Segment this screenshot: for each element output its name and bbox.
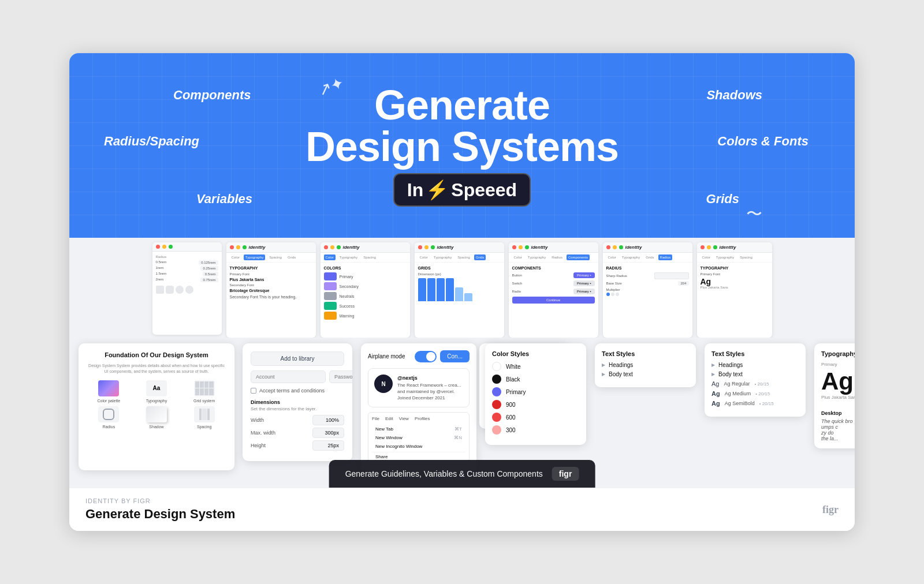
menu-new-window[interactable]: New Window⌘N (372, 433, 465, 442)
radius-row-4: 2rem0.75rem (156, 278, 218, 282)
nav-spacing-7[interactable]: Spacing (738, 254, 754, 260)
logo-3: identtty (343, 245, 360, 250)
label-shadows: Shadows (706, 88, 762, 103)
add-to-library-button[interactable]: Add to library (251, 351, 344, 366)
comp-continue[interactable]: Continue (512, 297, 595, 304)
logo-4: identtty (437, 245, 454, 250)
nav-color-7[interactable]: Color (701, 254, 712, 260)
nav-typography-3[interactable]: Typography (338, 254, 359, 260)
nav-color-6[interactable]: Color (606, 254, 618, 260)
nav-typography-7[interactable]: Typography (714, 254, 736, 260)
con-button[interactable]: Con... (440, 350, 470, 362)
text-styles-header-1: Text Styles (602, 350, 689, 357)
nav-radius-5[interactable]: Radius (550, 254, 564, 260)
swatch-primary (492, 387, 501, 396)
nav-color-4[interactable]: Color (418, 254, 430, 260)
password-input[interactable] (329, 370, 352, 383)
nav-typography[interactable]: Typography (244, 254, 265, 260)
mockup-7-nav: Color Typography Spacing (697, 253, 772, 263)
nav-grids[interactable]: Grids (286, 254, 297, 260)
ts2-arrow-1: ▶ (711, 362, 715, 368)
nav-components-5[interactable]: Components (567, 254, 590, 260)
multiplier-dots (606, 293, 689, 296)
overlay-banner: Generate Guidelines, Variables & Custom … (329, 460, 595, 488)
shape-1 (156, 286, 164, 294)
swatch-white (492, 362, 501, 371)
dot-green-5 (525, 245, 529, 249)
panel-library: Add to library Accept terms and conditio… (243, 343, 352, 461)
cs-black-label: Black (506, 376, 520, 383)
panel-foundation: Foundation Of Our Design System Design S… (79, 343, 234, 470)
nav-spacing[interactable]: Spacing (267, 254, 284, 260)
typo-desc: Secondary Font This is your heading. (230, 295, 312, 299)
dot-red-6 (606, 245, 610, 249)
account-input[interactable] (251, 370, 326, 383)
mockup-4-content: GRIDS Dimension (px) (415, 263, 504, 305)
nav-grids-4[interactable]: Grids (474, 254, 486, 260)
ts2-semibold: Ag Ag SemiBold • 20/15 (711, 400, 799, 407)
nav-color[interactable]: Color (230, 254, 241, 260)
nav-color-3[interactable]: Color (324, 254, 336, 260)
label-grids: Grids (706, 192, 739, 207)
dot-green (169, 245, 173, 249)
panels-area: Foundation Of Our Design System Design S… (69, 338, 855, 488)
nav-spacing-3[interactable]: Spacing (362, 254, 378, 260)
nav-grids-6[interactable]: Grids (644, 254, 655, 260)
dot-green-3 (337, 245, 341, 249)
ts-arrow-2: ▶ (602, 372, 605, 377)
account-desc: The React Framework – crea... and mainta… (397, 382, 463, 395)
cs-300-label: 300 (506, 427, 516, 433)
fg-typo-label: Typography (146, 399, 167, 403)
foundation-title: Foundation Of Our Design System (87, 351, 226, 358)
width-label: Width (251, 417, 264, 423)
dot-yellow-2 (236, 245, 240, 249)
mockup-6-header: identtty (603, 242, 692, 253)
ts2-body: ▶ Body text (711, 371, 799, 377)
nav-typography-5[interactable]: Typography (526, 254, 547, 260)
panel-text-styles-1: Text Styles ▶ Headings ▶ Body text (595, 343, 696, 387)
badge-bolt: ⚡ (426, 179, 449, 201)
ag-regular: Ag (711, 380, 719, 387)
menu-edit[interactable]: Edit (385, 416, 393, 421)
nav-typography-4[interactable]: Typography (432, 254, 453, 260)
radius-row-1: 0.5rem0.125rem (156, 260, 218, 265)
nav-typography-6[interactable]: Typography (620, 254, 642, 260)
mockup-5-nav: Color Typography Radius Components (509, 253, 598, 263)
terms-checkbox[interactable] (251, 388, 256, 394)
typo-section-title: TYPOGRAPHY (230, 266, 312, 270)
color-neutrals: Neutrals (324, 292, 407, 300)
cs-primary-label: Primary (506, 389, 526, 395)
airplane-toggle[interactable] (415, 351, 437, 362)
width-value: 100% (312, 415, 344, 425)
nav-radius-6[interactable]: Radius (658, 254, 673, 260)
menu-new-tab[interactable]: New Tab⌘T (372, 425, 465, 433)
label-components: Components (173, 88, 251, 103)
bottom-bar: IDENTITY BY FIGR Generate Design System … (69, 488, 855, 531)
dot-red-3 (324, 245, 328, 249)
hero-title-line2: Design Systems (305, 126, 619, 167)
swatch-900 (492, 400, 501, 409)
typography-header: Typography (821, 350, 855, 357)
radius-input-sharp[interactable] (654, 272, 689, 279)
menu-new-incognito[interactable]: New Incognito Window (372, 442, 465, 451)
terms-label: Accept terms and conditions (259, 388, 325, 394)
mockup-7: identtty Color Typography Spacing TYPOGR… (697, 242, 772, 338)
typo-row-2: Secondary Font (230, 283, 312, 287)
nav-color-5[interactable]: Color (512, 254, 524, 260)
comp-radio: Radio Primary • (512, 289, 595, 294)
mockup-5-content: COMPONENTS Button Primary • Switch Prima… (509, 263, 598, 307)
menu-file[interactable]: File (372, 416, 379, 421)
menu-profiles[interactable]: Profiles (415, 416, 430, 421)
nav-spacing-4[interactable]: Spacing (456, 254, 472, 260)
panel-typography: Typography Primary Ag Plus Jakarta Sans … (814, 343, 855, 448)
logo-5: identtty (531, 245, 548, 250)
bar-3 (437, 278, 445, 301)
mockups-top-row: Radius 0.5rem0.125rem 1rem0.25rem 1.5rem… (69, 238, 855, 338)
hero-title-line1: Generate (305, 84, 619, 126)
shape-3 (176, 286, 184, 294)
avatar: N (374, 375, 393, 393)
menu-view[interactable]: View (399, 416, 409, 421)
account-panel: N @nextjs The React Framework – crea... … (368, 368, 470, 407)
spacing-icon (194, 406, 215, 422)
ts-headings: ▶ Headings (602, 362, 689, 368)
